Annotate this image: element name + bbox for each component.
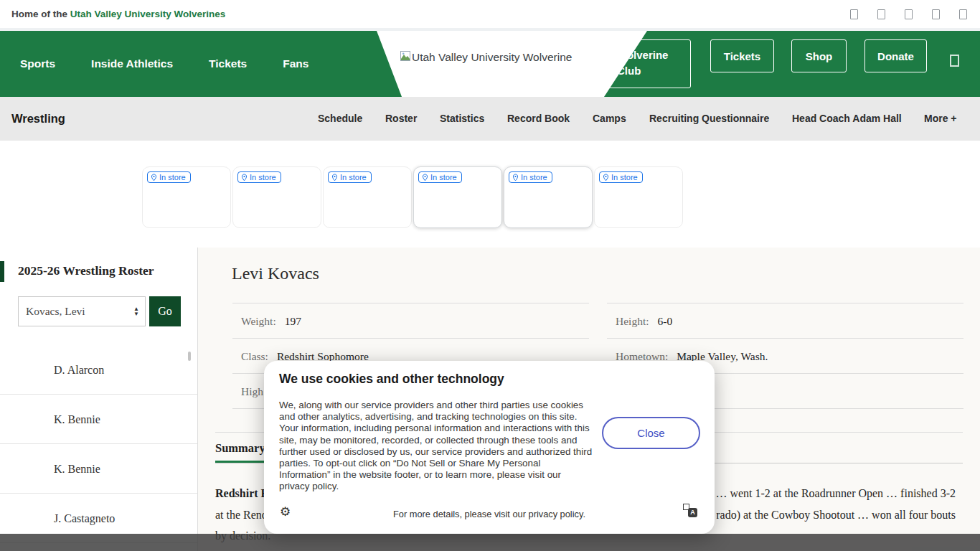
page: Home of the Utah Valley University Wolve… — [0, 0, 980, 551]
home-of-prefix: Home of the — [11, 9, 70, 19]
in-store-label: In store — [159, 173, 186, 182]
location-pin-icon — [151, 174, 157, 182]
sport-title: Wrestling — [11, 97, 65, 141]
subnav-more[interactable]: More + — [924, 97, 957, 141]
social-icon-1[interactable] — [850, 9, 858, 19]
in-store-label: In store — [611, 173, 638, 182]
main-nav-left: Sports Inside Athletics Tickets Fans — [0, 31, 430, 97]
ad-card[interactable]: In store — [504, 166, 593, 228]
field-weight: Weight:197 — [232, 303, 589, 338]
social-icon-5[interactable] — [959, 9, 967, 19]
social-icon-row — [850, 9, 967, 19]
in-store-badge[interactable]: In store — [418, 171, 462, 183]
field-height: Height:6-0 — [607, 303, 963, 338]
social-icon-2[interactable] — [877, 9, 885, 19]
subnav-camps[interactable]: Camps — [593, 97, 626, 141]
nav-item-inside-athletics[interactable]: Inside Athletics — [91, 57, 173, 70]
subnav-roster[interactable]: Roster — [385, 97, 417, 141]
bio-fragment: … went 1-2 at the Roadrunner Open … fini… — [715, 487, 956, 500]
roster-sidebar: 2025-26 Wrestling Roster Kovacs, Levi ▲▼… — [0, 248, 198, 551]
active-tab-underline — [215, 461, 270, 463]
list-scrollbar-thumb[interactable] — [188, 352, 191, 361]
tab-summary[interactable]: Summary — [215, 433, 265, 463]
main-nav-right: Wolverine Club Tickets Shop Donate — [574, 31, 980, 97]
player-select[interactable]: Kovacs, Levi ▲▼ — [18, 296, 146, 326]
search-icon[interactable] — [950, 55, 959, 67]
roster-heading: 2025-26 Wrestling Roster — [18, 263, 154, 278]
in-store-badge[interactable]: In store — [599, 171, 643, 183]
in-store-badge[interactable]: In store — [237, 171, 281, 183]
location-pin-icon — [241, 174, 248, 182]
location-pin-icon — [603, 174, 609, 182]
cookie-dialog-title: We use cookies and other technology — [279, 372, 504, 387]
in-store-label: In store — [250, 173, 276, 182]
social-icon-4[interactable] — [932, 9, 940, 19]
broken-image-icon — [400, 51, 410, 61]
social-icon-3[interactable] — [905, 9, 913, 19]
nav-item-sports[interactable]: Sports — [20, 57, 55, 70]
player-list-item[interactable]: D. Alarcon — [0, 345, 197, 395]
ad-card[interactable]: In store — [323, 166, 412, 228]
subnav-recruiting-questionnaire[interactable]: Recruiting Questionnaire — [649, 97, 769, 141]
ad-banner: In store In store In store In store In s… — [0, 141, 980, 248]
donate-button[interactable]: Donate — [864, 39, 927, 72]
in-store-label: In store — [521, 173, 547, 182]
field-label: Class: — [232, 350, 268, 362]
top-utility-bar: Home of the Utah Valley University Wolve… — [0, 0, 980, 31]
ad-card[interactable]: In store — [594, 166, 683, 228]
home-of-text: Home of the Utah Valley University Wolve… — [11, 0, 225, 28]
ad-card[interactable]: In store — [232, 166, 321, 228]
player-list-item[interactable]: K. Bennie — [0, 395, 197, 444]
nav-item-tickets[interactable]: Tickets — [209, 57, 247, 70]
in-store-badge[interactable]: In store — [328, 171, 372, 183]
site-logo-link[interactable]: Utah Valley University Wolverine — [400, 51, 572, 64]
logo-alt-text: Utah Valley University Wolverine — [412, 51, 572, 64]
player-list: D. Alarcon K. Bennie K. Bennie J. Castag… — [0, 345, 197, 543]
field-value: 6-0 — [658, 315, 673, 327]
in-store-label: In store — [340, 173, 367, 182]
sidebar-accent-bar — [0, 261, 4, 282]
ad-card[interactable]: In store — [413, 166, 502, 228]
shop-button[interactable]: Shop — [791, 39, 847, 72]
location-pin-icon — [422, 174, 428, 182]
bio-fragment: rado) at the Cowboy Shootout … won all f… — [716, 509, 956, 522]
sport-nav: Wrestling Schedule Roster Statistics Rec… — [0, 97, 980, 141]
player-name: Levi Kovacs — [232, 264, 319, 283]
go-button[interactable]: Go — [149, 296, 181, 326]
location-pin-icon — [512, 174, 519, 182]
main-nav: Sports Inside Athletics Tickets Fans Uta… — [0, 31, 980, 97]
nav-item-fans[interactable]: Fans — [283, 57, 308, 70]
ad-card-row: In store In store In store In store In s… — [142, 166, 684, 228]
tickets-button[interactable]: Tickets — [710, 39, 774, 72]
field-label: Weight: — [232, 315, 276, 327]
in-store-badge[interactable]: In store — [147, 171, 191, 183]
in-store-badge[interactable]: In store — [509, 171, 552, 183]
cookie-consent-dialog: We use cookies and other technology We, … — [264, 361, 715, 534]
player-select-value: Kovacs, Levi — [19, 305, 128, 318]
bio-fragment: at the Reno — [215, 509, 268, 522]
subnav-statistics[interactable]: Statistics — [440, 97, 484, 141]
field-label: Height: — [607, 315, 649, 327]
ad-card[interactable]: In store — [142, 166, 231, 228]
field-value: 197 — [285, 315, 301, 327]
select-arrows-icon: ▲▼ — [128, 306, 145, 316]
bottom-overlay-strip — [0, 534, 980, 551]
subnav-record-book[interactable]: Record Book — [507, 97, 570, 141]
team-home-link[interactable]: Utah Valley University Wolverines — [70, 9, 226, 19]
cookie-dialog-footer-note: For more details, please visit our priva… — [264, 509, 715, 519]
in-store-label: In store — [430, 173, 457, 182]
location-pin-icon — [331, 174, 338, 182]
close-button[interactable]: Close — [602, 417, 700, 449]
translate-letter-square: A — [688, 508, 697, 517]
subnav-schedule[interactable]: Schedule — [318, 97, 362, 141]
wolverine-club-button[interactable]: Wolverine Club — [606, 39, 691, 88]
language-translate-icon[interactable]: A — [683, 504, 697, 517]
cookie-dialog-body: We, along with our service providers and… — [279, 400, 593, 493]
subnav-head-coach[interactable]: Head Coach Adam Hall — [792, 97, 902, 141]
player-list-item[interactable]: K. Bennie — [0, 444, 197, 494]
